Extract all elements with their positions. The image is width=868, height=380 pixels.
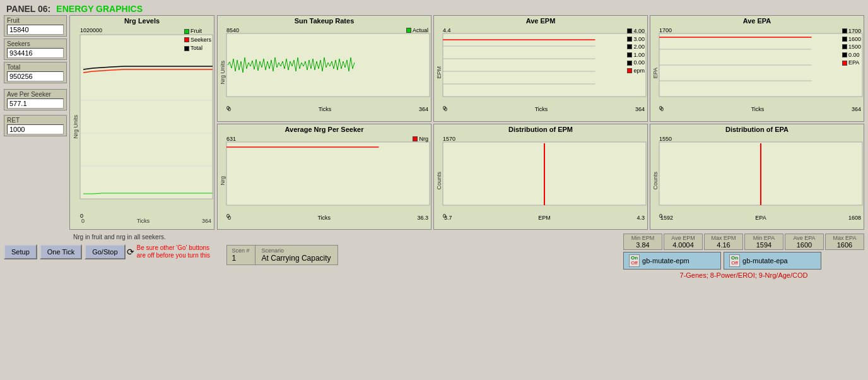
- svg-rect-0: [80, 35, 213, 199]
- control-buttons: Setup One Tick Go/Stop ⟳ Be sure other '…: [4, 244, 219, 259]
- sun-takeup-svg: [226, 33, 430, 106]
- avg-nrg-title: Average Nrg Per Seeker: [218, 124, 431, 133]
- dist-epm-panel: Distribution of EPM Counts 1570 0: [433, 124, 648, 230]
- dist-epm-y-label: Counts: [436, 169, 442, 193]
- sun-x-axis: 0 Ticks 364: [226, 106, 430, 112]
- go-stop-button[interactable]: Go/Stop: [85, 244, 125, 259]
- gb-mutate-epa-button[interactable]: On Off gb-mutate-epa: [724, 252, 821, 270]
- max-epm-cell: Max EPM 4.16: [704, 234, 743, 250]
- nrg-levels-svg: [80, 35, 213, 218]
- gb-epa-label: gb-mutate-epa: [742, 257, 788, 264]
- total-label: Total: [7, 64, 64, 71]
- ave-epm-label: Ave EPM: [668, 235, 698, 241]
- nrg-x-axis: 0 Ticks 364: [80, 218, 213, 224]
- ave-epm-panel: Ave EPM EPM 4.4 4.00 3.00 2.00 1.00 0.: [433, 15, 648, 122]
- max-epa-cell: Max EPA 1606: [825, 234, 864, 250]
- dist-epa-panel: Distribution of EPA Counts 1550 0: [650, 124, 864, 230]
- epm-x-axis: 0 Ticks 364: [443, 106, 646, 112]
- epm-x-max: 364: [635, 106, 645, 112]
- dist-epm-y-max: 1570: [443, 136, 455, 142]
- sun-y-min: 0: [226, 105, 230, 111]
- nrg-x-label: Ticks: [137, 218, 150, 224]
- panel-title: ENERGY GRAPHICS: [56, 4, 143, 14]
- main-container: Fruit 15840 Seekers 934416 Total 950256 …: [0, 15, 868, 232]
- dist-epa-title: Distribution of EPA: [650, 124, 864, 133]
- max-epm-value: 4.16: [708, 241, 739, 249]
- ave-per-seeker-label: Ave Per Seeker: [7, 91, 64, 98]
- epm-stats-row: Min EPM 3.84 Ave EPM 4.0004 Max EPM 4.16…: [623, 234, 864, 250]
- dist-epa-y-max: 1550: [659, 136, 672, 142]
- min-epa-cell: Min EPA 1594: [744, 234, 783, 250]
- sun-takeup-title: Sun Takeup Rates: [218, 16, 431, 25]
- sun-y-label: Nrg Units: [220, 58, 226, 87]
- gb-buttons-row: On Off gb-mutate-epm On Off gb-mutate-ep…: [623, 252, 864, 270]
- ave-epm-cell: Ave EPM 4.0004: [664, 234, 703, 250]
- nrg-y-min: 0: [80, 213, 83, 219]
- avg-nrg-panel: Average Nrg Per Seeker Nrg 631 Nrg: [217, 124, 431, 230]
- dist-epm-title: Distribution of EPM: [434, 124, 647, 133]
- dist-epm-x-max: 4.3: [636, 215, 645, 221]
- bottom-note: 7-Genes; 8-Power/EROI; 9-Nrg/Age/COD: [623, 271, 864, 279]
- avg-nrg-y-max: 631: [226, 136, 236, 142]
- epa-x-max: 364: [852, 106, 861, 112]
- charts-area: Sun Takeup Rates Nrg Units 8540 Actual: [217, 15, 864, 230]
- nrg-x-max: 364: [202, 218, 211, 224]
- ret-label: RET: [7, 117, 64, 124]
- min-epa-value: 1594: [749, 241, 779, 249]
- ave-epm-title: Ave EPM: [434, 16, 647, 25]
- min-epa-label: Min EPA: [749, 235, 779, 241]
- avg-nrg-x-label: Ticks: [317, 215, 331, 221]
- epa-toggle: On Off: [729, 254, 740, 267]
- epa-x-axis: 0 Ticks 364: [659, 106, 862, 112]
- dist-epa-x-axis: 1592 EPA 1608: [659, 215, 862, 221]
- dist-epm-x-axis: 3.7 EPM 4.3: [443, 215, 646, 221]
- seekers-stat: Seekers 934416: [4, 39, 67, 60]
- min-epm-cell: Min EPM 3.84: [623, 234, 662, 250]
- epa-y-min: 0: [659, 105, 662, 111]
- ave-epa-svg: [659, 33, 862, 106]
- legend-total: Total: [191, 44, 202, 53]
- go-stop-wrapper: Go/Stop ⟳: [85, 244, 134, 259]
- top-charts-row: Sun Takeup Rates Nrg Units 8540 Actual: [217, 15, 864, 122]
- nrg-y-max: 1020000: [80, 27, 102, 33]
- fruit-stat: Fruit 15840: [4, 15, 67, 37]
- ave-epa-panel: Ave EPA EPA 1700 1700 1600 1500 0.00 E: [650, 15, 864, 122]
- scenario-box: Scen # 1 Scenario At Carrying Capacity: [226, 245, 338, 265]
- svg-rect-6: [443, 33, 646, 97]
- sun-takeup-panel: Sun Takeup Rates Nrg Units 8540 Actual: [217, 15, 431, 122]
- avg-nrg-legend: Nrg: [413, 136, 428, 142]
- warning-text: Be sure other 'Go' buttons are off befor…: [137, 244, 219, 259]
- dist-epa-x-max: 1608: [848, 215, 861, 221]
- left-bottom: Nrg in fruit and nrg in all seekers. Set…: [4, 234, 219, 259]
- one-tick-button[interactable]: One Tick: [40, 244, 82, 259]
- epm-y-label: EPM: [436, 64, 442, 81]
- ave-epa-label: Ave EPA: [789, 235, 819, 241]
- min-epm-label: Min EPM: [628, 235, 658, 241]
- dist-epm-svg: [443, 142, 646, 215]
- epa-x-label: Ticks: [751, 106, 765, 112]
- nrg-levels-panel: Nrg Levels Nrg Units 1020000 Fruit Seeke…: [69, 15, 214, 230]
- ave-epa-value: 1600: [789, 241, 819, 249]
- epm-toggle: On Off: [629, 254, 640, 267]
- epm-y-min: 0: [443, 105, 446, 111]
- epa-y-label: EPA: [652, 65, 659, 81]
- max-epm-label: Max EPM: [708, 235, 739, 241]
- ave-epm-svg: [443, 33, 646, 106]
- avg-nrg-x-axis: 0 Ticks 36.3: [226, 215, 430, 221]
- nrg-levels-legend: Fruit Seekers Total: [184, 27, 211, 53]
- setup-button[interactable]: Setup: [4, 244, 37, 259]
- max-epa-value: 1606: [830, 241, 860, 249]
- scenario-label: Scenario: [262, 247, 331, 254]
- nrg-note: Nrg in fruit and nrg in all seekers.: [73, 234, 219, 240]
- sun-x-label: Ticks: [319, 106, 332, 112]
- gb-epm-label: gb-mutate-epm: [642, 257, 689, 264]
- fruit-value: 15840: [7, 25, 64, 35]
- epm-y-max: 4.4: [443, 27, 451, 33]
- dist-epm-y-min: 0: [443, 213, 446, 219]
- avg-nrg-x-max: 36.3: [417, 215, 428, 221]
- ave-per-seeker-stat: Ave Per Seeker 577.1: [4, 89, 67, 110]
- gb-mutate-epm-button[interactable]: On Off gb-mutate-epm: [623, 252, 721, 270]
- sun-legend: Actual: [406, 27, 428, 33]
- scen-name-cell: Scenario At Carrying Capacity: [255, 246, 337, 264]
- right-stats-area: Min EPM 3.84 Ave EPM 4.0004 Max EPM 4.16…: [623, 234, 864, 279]
